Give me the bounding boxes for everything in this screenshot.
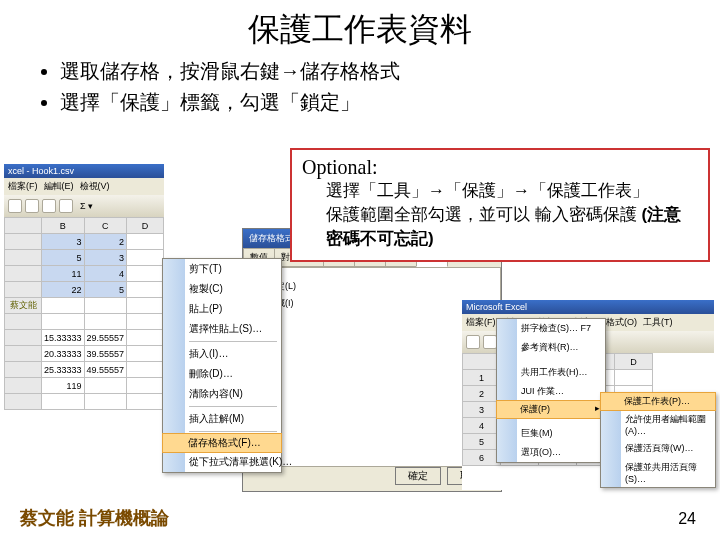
menu-view[interactable]: 檢視(V) [80, 180, 110, 193]
toolbar-button[interactable] [25, 199, 39, 213]
context-menu[interactable]: 剪下(T)複製(C)貼上(P)選擇性貼上(S)…插入(I)…刪除(D)…清除內容… [162, 258, 282, 473]
tools-menu-dropdown[interactable]: 拼字檢查(S)… F7參考資料(R)…共用工作表(H)…JUI 作業…保護(P)… [496, 318, 606, 463]
spreadsheet-grid[interactable]: BCD 32 53 114 225 蔡文能 15.3333329.55557 2… [4, 217, 164, 410]
slide-title: 保護工作表資料 [0, 0, 720, 56]
menu-item[interactable]: 刪除(D)… [163, 364, 281, 384]
menu-item[interactable]: 共用工作表(H)… [497, 363, 605, 382]
optional-heading: Optional: [302, 156, 698, 179]
bullet-2: 選擇「保護」標籤，勾選「鎖定」 [60, 89, 680, 116]
menu-item[interactable]: 保護活頁簿(W)… [601, 439, 715, 458]
toolbar-button[interactable] [8, 199, 22, 213]
menu-item[interactable]: 保護(P)▸ [496, 400, 606, 419]
menu-file[interactable]: 檔案(F) [8, 180, 38, 193]
checkbox-locked[interactable]: ✓鎖定(L) [252, 280, 492, 293]
optional-line-1: 選擇「工具」→「保護」→「保護工作表」 [326, 179, 698, 203]
bullet-list: 選取儲存格，按滑鼠右鍵→儲存格格式 選擇「保護」標籤，勾選「鎖定」 [0, 56, 720, 122]
menu-item[interactable]: 巨集(M) [497, 424, 605, 443]
checkbox-hidden[interactable]: 隱藏(I) [252, 297, 492, 310]
excel-toolbar[interactable]: Σ ▾ [4, 195, 164, 217]
menu-item[interactable]: 儲存格格式(F)… [162, 433, 282, 453]
menu-item[interactable]: 從下拉式清單挑選(K)… [163, 452, 281, 472]
bullet-1: 選取儲存格，按滑鼠右鍵→儲存格格式 [60, 58, 680, 85]
menu-item[interactable]: 保護並共用活頁簿(S)… [601, 458, 715, 487]
menu-item[interactable]: 參考資料(R)… [497, 338, 605, 357]
window-titlebar: xcel - Hook1.csv [4, 164, 164, 178]
menu-item[interactable]: JUI 作業… [497, 382, 605, 401]
footer-author: 蔡文能 計算機概論 [20, 506, 169, 530]
menu-item[interactable]: 插入(I)… [163, 344, 281, 364]
page-number: 24 [678, 510, 696, 528]
menu-item[interactable]: 拼字檢查(S)… F7 [497, 319, 605, 338]
toolbar-button[interactable] [42, 199, 56, 213]
optional-line-2: 保護範圍全部勾選，並可以 輸入密碼保護 (注意密碼不可忘記) [326, 203, 698, 251]
menu-item[interactable]: 複製(C) [163, 279, 281, 299]
menu-item[interactable]: 插入註解(M) [163, 409, 281, 429]
menu-item[interactable]: 剪下(T) [163, 259, 281, 279]
toolbar-button[interactable] [59, 199, 73, 213]
ok-button[interactable]: 確定 [395, 467, 441, 485]
menu-item[interactable]: 選項(O)… [497, 443, 605, 462]
window-titlebar: Microsoft Excel [462, 300, 714, 314]
menu-edit[interactable]: 編輯(E) [44, 180, 74, 193]
menu-item[interactable]: 選擇性貼上(S)… [163, 319, 281, 339]
menu-item[interactable]: 清除內容(N) [163, 384, 281, 404]
menu-item[interactable]: 保護工作表(P)… [600, 392, 716, 411]
menu-item[interactable]: 允許使用者編輯範圍(A)… [601, 410, 715, 439]
excel-menubar[interactable]: 檔案(F) 編輯(E) 檢視(V) [4, 178, 164, 195]
menu-item[interactable]: 貼上(P) [163, 299, 281, 319]
optional-callout: Optional: 選擇「工具」→「保護」→「保護工作表」 保護範圍全部勾選，並… [290, 148, 710, 262]
protect-submenu[interactable]: 保護工作表(P)…允許使用者編輯範圍(A)…保護活頁簿(W)…保護並共用活頁簿(… [600, 392, 716, 488]
excel-window-left: xcel - Hook1.csv 檔案(F) 編輯(E) 檢視(V) Σ ▾ B… [4, 164, 164, 494]
